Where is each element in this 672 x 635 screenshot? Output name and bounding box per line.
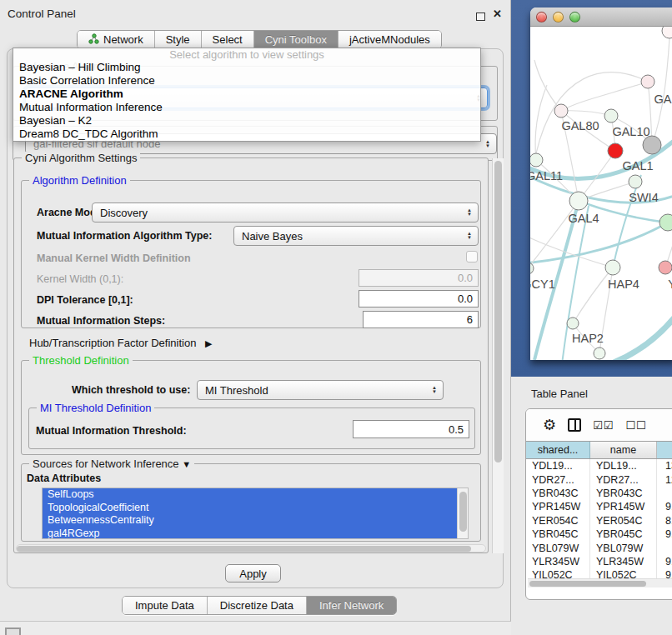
apply-button[interactable]: Apply xyxy=(225,564,281,582)
data-attributes-label: Data Attributes xyxy=(27,472,101,484)
application-window: Control Panel ✕ Network Style Select xyxy=(0,0,672,635)
mi-steps-field[interactable] xyxy=(363,311,479,328)
network-edge[interactable] xyxy=(597,310,672,360)
kernel-width-field[interactable] xyxy=(359,269,479,287)
node-label: GAL xyxy=(654,92,672,106)
network-node-gal80[interactable] xyxy=(554,104,568,118)
settings-horizontal-scrollbar[interactable] xyxy=(16,544,486,552)
network-edge[interactable] xyxy=(613,175,641,268)
network-node-hap2[interactable] xyxy=(567,318,579,329)
network-edge[interactable] xyxy=(530,235,613,268)
network-node-bottom[interactable] xyxy=(594,348,605,359)
network-node[interactable] xyxy=(662,27,672,38)
tab-impute-data[interactable]: Impute Data xyxy=(123,597,208,614)
network-edge[interactable] xyxy=(573,268,613,323)
network-node-y[interactable] xyxy=(659,261,672,274)
dropdown-item-basic-correlation[interactable]: Basic Correlation Inference xyxy=(13,74,480,88)
node-label: GAL11 xyxy=(530,169,563,182)
close-panel-icon[interactable]: ✕ xyxy=(493,8,502,20)
cell-shared-name: YPR145W xyxy=(526,500,590,513)
columns-icon[interactable] xyxy=(568,418,581,432)
dropdown-item-bayesian-k2[interactable]: Bayesian – K2 xyxy=(13,114,480,128)
window-minimize-icon[interactable] xyxy=(553,12,564,22)
attribute-item-gal4rgexp[interactable]: gal4RGexp xyxy=(43,528,468,540)
network-edge[interactable] xyxy=(530,222,668,263)
attribute-item-betweennesscentrality[interactable]: BetweennessCentrality xyxy=(43,514,468,528)
network-edge[interactable] xyxy=(536,72,648,153)
table-row[interactable]: YLR345W YLR345W 9. xyxy=(526,555,672,568)
table-row[interactable]: YPR145W YPR145W 9. xyxy=(526,500,672,513)
table-header-row: shared... name xyxy=(526,441,672,459)
hide-columns-icon[interactable]: ☐☐ xyxy=(625,419,646,432)
network-node-gal10[interactable] xyxy=(604,109,618,122)
cell-value: 12 xyxy=(657,472,672,486)
network-node-gal1[interactable] xyxy=(608,143,623,158)
tab-discretize-data[interactable]: Discretize Data xyxy=(208,597,307,614)
dpi-tolerance-label: DPI Tolerance [0,1]: xyxy=(37,294,133,306)
cell-name: YBR045C xyxy=(590,528,657,541)
settings-vertical-scrollbar[interactable] xyxy=(492,158,504,553)
network-window-titlebar[interactable] xyxy=(530,8,672,27)
aracne-mode-value: Discovery xyxy=(100,207,148,219)
table-row[interactable]: YBR043C YBR043C xyxy=(526,487,672,500)
window-zoom-icon[interactable] xyxy=(569,12,580,22)
column-header-third[interactable] xyxy=(657,442,672,458)
show-columns-icon[interactable]: ☑☑ xyxy=(593,419,614,432)
network-node-gray[interactable] xyxy=(643,136,661,154)
table-row[interactable]: YBL079W YBL079W xyxy=(526,541,672,554)
dropdown-item-dream8[interactable]: Dream8 DC_TDC Algorithm xyxy=(13,128,480,141)
cell-value: 9. xyxy=(657,528,672,541)
network-node-gal4[interactable] xyxy=(569,192,588,210)
column-header-name[interactable]: name xyxy=(590,442,657,458)
dropdown-item-mutual-information[interactable]: Mutual Information Inference xyxy=(13,101,480,114)
network-edge[interactable] xyxy=(652,38,669,145)
network-edge[interactable] xyxy=(561,82,648,111)
combo-stepper-icon: ▲▼ xyxy=(432,386,437,394)
which-threshold-combo[interactable]: MI Threshold ▲▼ xyxy=(197,380,444,400)
float-panel-icon[interactable] xyxy=(476,12,485,21)
network-view-window[interactable]: GAL GAL80 GAL10 GAL1 GAL11 SWI4 GAL4 GCY… xyxy=(530,8,672,360)
tab-cyni-toolbox[interactable]: Cyni Toolbox xyxy=(254,31,339,48)
network-node-gal11[interactable] xyxy=(530,153,543,167)
table-row[interactable]: YER054C YER054C 8. xyxy=(526,514,672,528)
list-scrollbar[interactable] xyxy=(457,488,468,539)
mi-type-combo[interactable]: Naive Bayes ▲▼ xyxy=(233,226,479,246)
mi-threshold-field[interactable] xyxy=(353,420,469,438)
column-header-shared[interactable]: shared... xyxy=(526,442,590,458)
node-label: GAL1 xyxy=(622,159,653,172)
dpi-tolerance-field[interactable] xyxy=(359,290,479,308)
dropdown-item-bayesian-hill-climbing[interactable]: Bayesian – Hill Climbing xyxy=(13,61,480,74)
cell-name: YBR043C xyxy=(590,487,657,500)
network-node-green[interactable] xyxy=(659,214,672,231)
network-graph[interactable]: GAL GAL80 GAL10 GAL1 GAL11 SWI4 GAL4 GCY… xyxy=(530,27,672,360)
network-edge[interactable] xyxy=(561,111,611,116)
algorithm-dropdown-popup: Select algorithm to view settings Bayesi… xyxy=(13,48,481,142)
collapsed-panel-button[interactable] xyxy=(5,628,21,635)
table-row[interactable]: YDL19... YDL19... 13 xyxy=(526,459,672,472)
tab-infer-network[interactable]: Infer Network xyxy=(307,597,396,614)
attribute-item-topologicalcoefficient[interactable]: TopologicalCoefficient xyxy=(43,502,468,515)
attribute-item-selfloops[interactable]: SelfLoops xyxy=(43,488,468,502)
sources-group-title[interactable]: Sources for Network Inference ▼ xyxy=(29,458,194,470)
network-node-gcy1[interactable] xyxy=(530,262,534,274)
hub-definition-expander[interactable]: Hub/Transcription Factor Definition ▶ xyxy=(29,337,212,349)
window-close-icon[interactable] xyxy=(536,12,547,22)
table-row[interactable]: YDR27... YDR27... 12 xyxy=(526,472,672,486)
algorithm-definition-group: Algorithm Definition Aracne Mode: Discov… xyxy=(21,180,481,328)
gear-icon[interactable]: ⚙ xyxy=(543,416,556,434)
mi-threshold-group-title: MI Threshold Definition xyxy=(37,402,154,414)
hub-definition-label: Hub/Transcription Factor Definition xyxy=(29,337,196,349)
dropdown-item-aracne[interactable]: ARACNE Algorithm xyxy=(13,88,480,101)
tab-jactivemnodules[interactable]: jActiveMNodules xyxy=(339,31,441,48)
table-row[interactable]: YBR045C YBR045C 9. xyxy=(526,528,672,541)
tab-network[interactable]: Network xyxy=(78,31,155,48)
tab-select[interactable]: Select xyxy=(202,31,254,48)
aracne-mode-combo[interactable]: Discovery ▲▼ xyxy=(92,202,479,222)
tab-style[interactable]: Style xyxy=(155,31,202,48)
network-node-gal[interactable] xyxy=(641,75,654,88)
network-node-hap4[interactable] xyxy=(605,260,620,275)
network-node-swi4[interactable] xyxy=(629,175,642,188)
table-horizontal-scrollbar[interactable] xyxy=(528,578,672,588)
cell-shared-name: YBR043C xyxy=(526,487,590,500)
manual-kernel-checkbox[interactable] xyxy=(466,251,478,262)
